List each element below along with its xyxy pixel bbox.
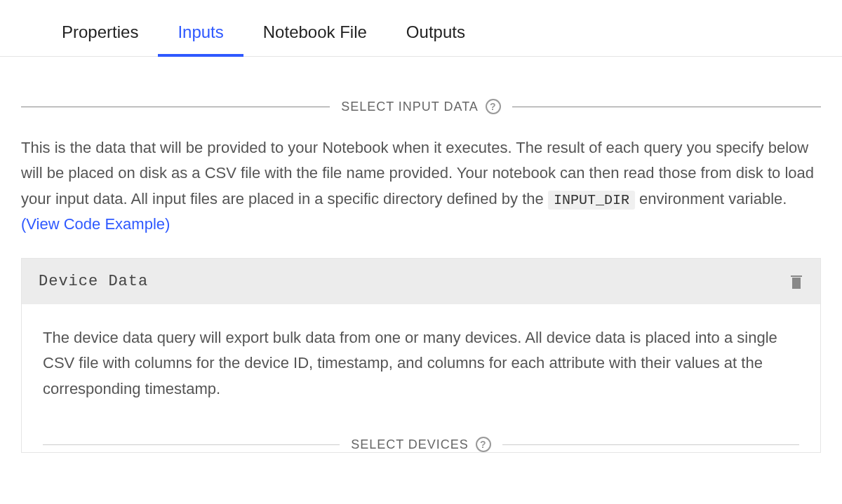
help-icon[interactable]: ? (476, 437, 491, 452)
card-title: Device Data (39, 273, 148, 290)
svg-rect-1 (792, 278, 801, 289)
env-var-code: INPUT_DIR (548, 191, 635, 210)
divider-line (21, 107, 330, 107)
tab-outputs[interactable]: Outputs (387, 14, 485, 56)
section-label-text: SELECT INPUT DATA (341, 100, 479, 114)
card-description: The device data query will export bulk d… (43, 325, 799, 402)
tab-inputs[interactable]: Inputs (158, 14, 243, 56)
svg-rect-0 (791, 275, 802, 277)
divider-line (502, 444, 799, 445)
card-header: Device Data (22, 259, 820, 304)
device-data-card: Device Data The device data query will e… (21, 258, 821, 453)
trash-icon[interactable] (789, 274, 803, 290)
tab-notebook-file[interactable]: Notebook File (243, 14, 387, 56)
content-area: SELECT INPUT DATA ? This is the data tha… (0, 57, 842, 453)
description-text-2: environment variable. (635, 190, 787, 207)
section-label: SELECT DEVICES ? (351, 437, 491, 452)
section-label: SELECT INPUT DATA ? (341, 99, 501, 114)
view-code-example-link[interactable]: (View Code Example) (21, 215, 170, 233)
divider-line (512, 107, 821, 107)
section-divider-input-data: SELECT INPUT DATA ? (21, 99, 821, 114)
section-label-text: SELECT DEVICES (351, 437, 469, 452)
section-divider-select-devices: SELECT DEVICES ? (43, 437, 799, 452)
help-icon[interactable]: ? (486, 99, 501, 114)
section-description: This is the data that will be provided t… (21, 135, 821, 237)
divider-line (43, 444, 340, 445)
card-body: The device data query will export bulk d… (22, 304, 820, 452)
tabs-bar: Properties Inputs Notebook File Outputs (0, 14, 842, 57)
tab-properties[interactable]: Properties (42, 14, 158, 56)
